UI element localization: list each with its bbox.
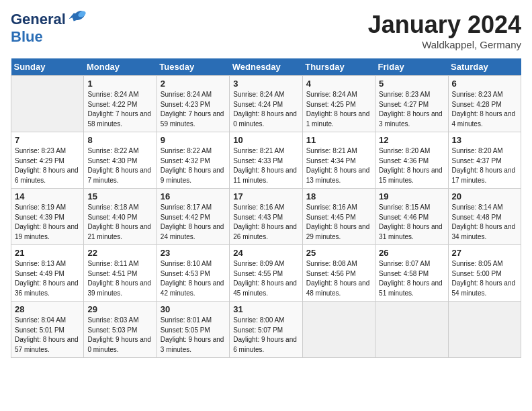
- day-number: 28: [15, 304, 80, 314]
- logo-bird-icon: [67, 9, 86, 28]
- day-cell: 31Sunrise: 8:00 AMSunset: 5:07 PMDayligh…: [230, 302, 302, 358]
- day-info: Sunrise: 8:16 AMSunset: 4:43 PMDaylight:…: [233, 203, 298, 242]
- day-info: Sunrise: 8:04 AMSunset: 5:01 PMDaylight:…: [15, 316, 80, 355]
- day-number: 17: [233, 191, 298, 201]
- day-cell: 13Sunrise: 8:20 AMSunset: 4:37 PMDayligh…: [448, 132, 521, 189]
- day-info: Sunrise: 8:03 AMSunset: 5:03 PMDaylight:…: [87, 316, 152, 355]
- day-number: 29: [87, 304, 152, 314]
- day-number: 5: [379, 79, 444, 89]
- day-cell: 10Sunrise: 8:21 AMSunset: 4:33 PMDayligh…: [230, 132, 302, 189]
- title-block: January 2024 Waldkappel, Germany: [368, 11, 521, 50]
- day-info: Sunrise: 8:20 AMSunset: 4:36 PMDaylight:…: [379, 146, 444, 185]
- day-info: Sunrise: 8:18 AMSunset: 4:40 PMDaylight:…: [87, 203, 152, 242]
- day-info: Sunrise: 8:19 AMSunset: 4:39 PMDaylight:…: [15, 203, 80, 242]
- day-number: 25: [306, 248, 371, 258]
- day-info: Sunrise: 8:13 AMSunset: 4:49 PMDaylight:…: [15, 259, 80, 298]
- logo-general: General: [11, 11, 66, 28]
- day-cell: 24Sunrise: 8:09 AMSunset: 4:55 PMDayligh…: [230, 245, 302, 302]
- week-row-3: 14Sunrise: 8:19 AMSunset: 4:39 PMDayligh…: [11, 189, 521, 245]
- day-cell: 11Sunrise: 8:21 AMSunset: 4:34 PMDayligh…: [302, 132, 375, 189]
- day-info: Sunrise: 8:14 AMSunset: 4:48 PMDaylight:…: [452, 203, 517, 242]
- day-number: 16: [161, 191, 226, 201]
- day-number: 31: [233, 304, 298, 314]
- weekday-header-monday: Monday: [84, 58, 157, 76]
- day-info: Sunrise: 8:22 AMSunset: 4:32 PMDaylight:…: [161, 146, 226, 185]
- day-number: 12: [379, 135, 444, 145]
- day-cell: 1Sunrise: 8:24 AMSunset: 4:22 PMDaylight…: [84, 76, 157, 132]
- day-cell: 23Sunrise: 8:10 AMSunset: 4:53 PMDayligh…: [157, 245, 229, 302]
- day-cell: 3Sunrise: 8:24 AMSunset: 4:24 PMDaylight…: [230, 76, 302, 132]
- day-cell: 2Sunrise: 8:24 AMSunset: 4:23 PMDaylight…: [157, 76, 229, 132]
- day-info: Sunrise: 8:11 AMSunset: 4:51 PMDaylight:…: [87, 259, 152, 298]
- day-cell: 21Sunrise: 8:13 AMSunset: 4:49 PMDayligh…: [11, 245, 84, 302]
- day-number: 19: [379, 191, 444, 201]
- day-cell: 27Sunrise: 8:05 AMSunset: 5:00 PMDayligh…: [448, 245, 521, 302]
- day-info: Sunrise: 8:23 AMSunset: 4:27 PMDaylight:…: [379, 90, 444, 129]
- weekday-header-wednesday: Wednesday: [230, 58, 302, 76]
- day-cell: 25Sunrise: 8:08 AMSunset: 4:56 PMDayligh…: [302, 245, 375, 302]
- day-number: 20: [452, 191, 517, 201]
- day-cell: 5Sunrise: 8:23 AMSunset: 4:27 PMDaylight…: [375, 76, 448, 132]
- day-info: Sunrise: 8:05 AMSunset: 5:00 PMDaylight:…: [452, 259, 517, 298]
- day-info: Sunrise: 8:10 AMSunset: 4:53 PMDaylight:…: [161, 259, 226, 298]
- day-cell: 14Sunrise: 8:19 AMSunset: 4:39 PMDayligh…: [11, 189, 84, 245]
- day-info: Sunrise: 8:24 AMSunset: 4:23 PMDaylight:…: [161, 90, 226, 129]
- day-number: 9: [161, 135, 226, 145]
- day-cell: [375, 302, 448, 358]
- logo-blue: Blue: [11, 28, 43, 45]
- day-cell: [448, 302, 521, 358]
- page-header: General Blue January 2024 Waldkappel, Ge…: [11, 11, 521, 50]
- day-number: 8: [87, 135, 152, 145]
- day-cell: [302, 302, 375, 358]
- day-number: 10: [233, 135, 298, 145]
- day-cell: [11, 76, 84, 132]
- day-info: Sunrise: 8:08 AMSunset: 4:56 PMDaylight:…: [306, 259, 371, 298]
- day-cell: 28Sunrise: 8:04 AMSunset: 5:01 PMDayligh…: [11, 302, 84, 358]
- day-number: 15: [87, 191, 152, 201]
- weekday-header-sunday: Sunday: [11, 58, 84, 76]
- day-number: 1: [87, 79, 152, 89]
- day-number: 30: [161, 304, 226, 314]
- day-cell: 16Sunrise: 8:17 AMSunset: 4:42 PMDayligh…: [157, 189, 229, 245]
- day-cell: 19Sunrise: 8:15 AMSunset: 4:46 PMDayligh…: [375, 189, 448, 245]
- logo: General Blue: [11, 11, 86, 46]
- day-info: Sunrise: 8:01 AMSunset: 5:05 PMDaylight:…: [161, 316, 226, 355]
- day-info: Sunrise: 8:22 AMSunset: 4:30 PMDaylight:…: [87, 146, 152, 185]
- day-number: 2: [161, 79, 226, 89]
- weekday-header-row: SundayMondayTuesdayWednesdayThursdayFrid…: [11, 58, 521, 76]
- day-cell: 22Sunrise: 8:11 AMSunset: 4:51 PMDayligh…: [84, 245, 157, 302]
- month-title: January 2024: [368, 11, 521, 39]
- day-info: Sunrise: 8:09 AMSunset: 4:55 PMDaylight:…: [233, 259, 298, 298]
- weekday-header-friday: Friday: [375, 58, 448, 76]
- day-cell: 15Sunrise: 8:18 AMSunset: 4:40 PMDayligh…: [84, 189, 157, 245]
- weekday-header-thursday: Thursday: [302, 58, 375, 76]
- day-number: 21: [15, 248, 80, 258]
- weekday-header-saturday: Saturday: [448, 58, 521, 76]
- day-cell: 17Sunrise: 8:16 AMSunset: 4:43 PMDayligh…: [230, 189, 302, 245]
- day-cell: 8Sunrise: 8:22 AMSunset: 4:30 PMDaylight…: [84, 132, 157, 189]
- week-row-1: 1Sunrise: 8:24 AMSunset: 4:22 PMDaylight…: [11, 76, 521, 132]
- day-number: 4: [306, 79, 371, 89]
- day-cell: 18Sunrise: 8:16 AMSunset: 4:45 PMDayligh…: [302, 189, 375, 245]
- day-number: 24: [233, 248, 298, 258]
- day-cell: 12Sunrise: 8:20 AMSunset: 4:36 PMDayligh…: [375, 132, 448, 189]
- day-info: Sunrise: 8:21 AMSunset: 4:34 PMDaylight:…: [306, 146, 371, 185]
- day-info: Sunrise: 8:23 AMSunset: 4:28 PMDaylight:…: [452, 90, 517, 129]
- location: Waldkappel, Germany: [368, 39, 521, 50]
- week-row-5: 28Sunrise: 8:04 AMSunset: 5:01 PMDayligh…: [11, 302, 521, 358]
- week-row-2: 7Sunrise: 8:23 AMSunset: 4:29 PMDaylight…: [11, 132, 521, 189]
- day-cell: 30Sunrise: 8:01 AMSunset: 5:05 PMDayligh…: [157, 302, 229, 358]
- day-info: Sunrise: 8:21 AMSunset: 4:33 PMDaylight:…: [233, 146, 298, 185]
- day-number: 6: [452, 79, 517, 89]
- day-number: 13: [452, 135, 517, 145]
- day-cell: 20Sunrise: 8:14 AMSunset: 4:48 PMDayligh…: [448, 189, 521, 245]
- day-info: Sunrise: 8:24 AMSunset: 4:22 PMDaylight:…: [87, 90, 152, 129]
- weekday-header-tuesday: Tuesday: [157, 58, 229, 76]
- day-cell: 26Sunrise: 8:07 AMSunset: 4:58 PMDayligh…: [375, 245, 448, 302]
- day-number: 18: [306, 191, 371, 201]
- day-number: 26: [379, 248, 444, 258]
- day-info: Sunrise: 8:00 AMSunset: 5:07 PMDaylight:…: [233, 316, 298, 355]
- day-number: 11: [306, 135, 371, 145]
- day-cell: 6Sunrise: 8:23 AMSunset: 4:28 PMDaylight…: [448, 76, 521, 132]
- day-info: Sunrise: 8:23 AMSunset: 4:29 PMDaylight:…: [15, 146, 80, 185]
